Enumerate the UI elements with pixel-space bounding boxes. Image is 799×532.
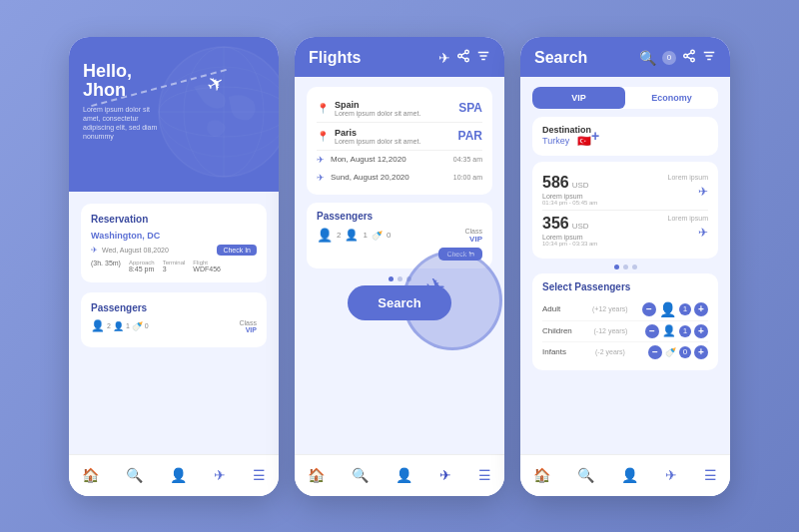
plane-date-icon-2: ✈ (317, 173, 325, 183)
p1-header: ✈ Hello, Jhon Lorem ipsum dolor sit amet… (69, 37, 279, 192)
p2-class-info: Class VIP (464, 228, 482, 244)
tab-vip[interactable]: VIP (532, 87, 625, 109)
nav-flights[interactable]: ✈ (214, 467, 226, 483)
approach-item: Approach 8:45 pm (129, 260, 155, 272)
p2-nav-profile[interactable]: 👤 (396, 467, 412, 483)
add-destination-button[interactable]: + (591, 128, 599, 144)
infant-plus-button[interactable]: + (694, 345, 708, 359)
location-icon-1: 📍 (317, 103, 329, 114)
price-desc-2: Lorem ipsum (542, 234, 668, 241)
svg-point-14 (691, 50, 695, 54)
city-1: Spain (335, 100, 452, 110)
price-row-1: 586 USD Lorem ipsum 01:34 pm - 05:45 am … (542, 170, 708, 211)
p2-infant-icon: 🍼 (372, 231, 383, 241)
p2-nav-home[interactable]: 🏠 (308, 467, 325, 483)
info-row: (3h. 35m) Approach 8:45 pm Terminal 3 Fl… (91, 260, 257, 272)
price-currency-2: USD (572, 222, 589, 231)
greeting-block: Hello, Jhon Lorem ipsum dolor sit amet, … (83, 62, 163, 142)
passengers-card: Passengers 👤 2 👤 1 🍼 0 Class VIP (81, 292, 267, 347)
city-2: Paris (335, 128, 452, 138)
svg-point-7 (458, 54, 462, 58)
p2-nav-menu[interactable]: ☰ (478, 467, 491, 483)
passengers-title: Passengers (91, 302, 257, 313)
tab-economy[interactable]: Economy (625, 87, 718, 109)
p3-dots (532, 265, 718, 269)
p1-bottom-nav: 🏠 🔍 👤 ✈ ☰ (69, 454, 279, 496)
pax-infant-ctrl: − 🍼 0 + (648, 345, 708, 359)
pax-child-age: (-12 years) (594, 327, 642, 334)
child-plus-button[interactable]: + (694, 324, 708, 338)
reservation-date: Wed, August 08,2020 (102, 247, 213, 254)
pax-child-ctrl: − 👤 1 + (645, 324, 708, 338)
search-button[interactable]: Search (348, 285, 450, 320)
svg-point-16 (691, 58, 695, 62)
checkin-button[interactable]: Check In (217, 245, 257, 256)
terminal-val: 3 (163, 266, 186, 272)
svg-line-18 (687, 53, 691, 55)
flight-paris: 📍 Paris Lorem ipsum dolor sit amet. PAR (317, 123, 482, 151)
pax-child-row: Children (-12 years) − 👤 1 + (542, 321, 708, 342)
p2-infant-count: 0 (387, 231, 391, 240)
p2-pax-row: 👤 2 👤 1 🍼 0 Class VIP (317, 228, 482, 244)
nav-search[interactable]: 🔍 (126, 467, 143, 483)
duration-label: (3h. 35m) (91, 260, 121, 266)
subtitle-text: Lorem ipsum dolor sit amet, consectetur … (83, 105, 163, 141)
terminal-item: Terminal 3 (163, 260, 186, 272)
filter-icon[interactable] (476, 49, 490, 66)
p2-class-val: VIP (469, 235, 482, 244)
reservation-card: Reservation Washington, DC ✈ Wed, August… (81, 204, 267, 282)
adult-plus-button[interactable]: + (694, 302, 708, 316)
price-main-2: 356 USD Lorem ipsum 10:34 pm - 03:33 am (542, 215, 668, 247)
infant-count: 0 (679, 346, 691, 358)
p3-share-icon[interactable] (682, 49, 696, 66)
p2-nav-search[interactable]: 🔍 (352, 467, 369, 483)
pax-infant-name: Infants (542, 347, 591, 356)
nav-profile[interactable]: 👤 (170, 467, 187, 483)
destination-card: Destination Turkey 🇹🇷 + (532, 117, 718, 156)
child-icon: 👤 (113, 321, 124, 331)
flight-item: Flight WDF456 (193, 260, 221, 272)
code-1: SPA (458, 101, 482, 115)
price-amount-1: 586 USD (542, 174, 668, 192)
pax-infant-row: Infants (-2 years) − 🍼 0 + (542, 342, 708, 362)
nav-menu[interactable]: ☰ (253, 467, 266, 483)
greeting-text: Hello, Jhon (83, 62, 163, 102)
flight-val: WDF456 (193, 266, 221, 272)
dot-2 (398, 276, 402, 281)
p3-nav-profile[interactable]: 👤 (621, 467, 638, 483)
p3-nav-search[interactable]: 🔍 (577, 467, 594, 483)
p3-nav-home[interactable]: 🏠 (533, 467, 550, 483)
price-plane-2: ✈ (698, 226, 708, 240)
app-scene: ✈ Hello, Jhon Lorem ipsum dolor sit amet… (0, 0, 799, 532)
price-num-1: 586 (542, 174, 569, 192)
child-minus-button[interactable]: − (645, 324, 659, 338)
nav-home[interactable]: 🏠 (82, 467, 99, 483)
p2-child-icon: 👤 (345, 229, 359, 242)
p3-filter-icon[interactable] (702, 49, 716, 66)
price-currency-1: USD (572, 181, 589, 190)
svg-line-17 (687, 57, 691, 59)
p3-nav-menu[interactable]: ☰ (704, 467, 717, 483)
phone-3: Search 🔍 0 VIP (520, 37, 730, 496)
infant-minus-button[interactable]: − (648, 345, 662, 359)
p3-dot-1 (614, 265, 619, 269)
time-1: 04:35 am (453, 156, 482, 163)
p2-nav-flights[interactable]: ✈ (439, 467, 451, 483)
p3-nav-flights[interactable]: ✈ (665, 467, 677, 483)
svg-line-10 (461, 53, 465, 55)
p3-bottom-nav: 🏠 🔍 👤 ✈ ☰ (520, 454, 730, 496)
adult-minus-button[interactable]: − (642, 302, 656, 316)
p2-header-row: Flights ✈ (309, 49, 490, 67)
search-title: Search (534, 49, 633, 67)
share-icon[interactable] (456, 49, 470, 66)
svg-point-15 (684, 54, 688, 58)
p3-passengers-title: Select Passengers (542, 281, 708, 292)
destination-flag: 🇹🇷 (577, 135, 591, 148)
pax-adult-ctrl: − 👤 1 + (642, 301, 708, 317)
passenger-row: 👤 2 👤 1 🍼 0 Class VIP (91, 319, 257, 333)
desc-1: Lorem ipsum dolor sit amet. (335, 110, 452, 117)
price-side-1: Lorem ipsum ✈ (668, 174, 708, 199)
search-badge: 0 (662, 51, 676, 65)
p2-content: 📍 Spain Lorem ipsum dolor sit amet. SPA … (295, 77, 504, 454)
p3-tabs: VIP Economy (532, 87, 718, 109)
